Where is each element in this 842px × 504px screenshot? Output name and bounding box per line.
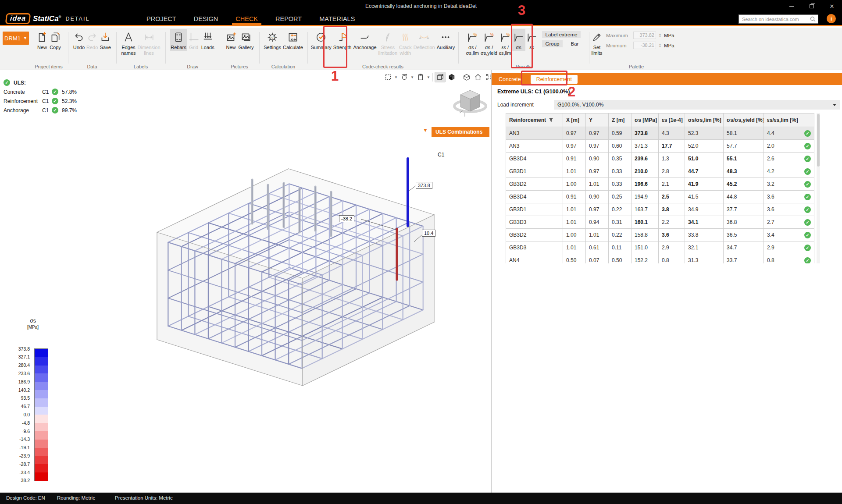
col-z[interactable]: Z [m] <box>609 114 632 127</box>
fullscreen-icon[interactable] <box>484 72 491 82</box>
chevron-down-icon[interactable]: ▼ <box>410 75 414 79</box>
col-eps[interactable]: εs [1e-4] <box>659 114 685 127</box>
eps-over-eps-lim-button[interactable]: % εs / εs,lim <box>498 29 512 57</box>
table-row[interactable]: GB3D11.010.970.33210.02.844.748.34.2 <box>506 165 814 178</box>
chevron-down-icon[interactable]: ▼ <box>426 75 431 79</box>
tab-concrete[interactable]: Concrete <box>499 76 521 82</box>
orbit-icon[interactable] <box>399 72 410 82</box>
col-x[interactable]: X [m] <box>563 114 586 127</box>
table-row[interactable]: GB3D11.010.970.22163.73.834.937.73.6 <box>506 203 814 216</box>
auxiliary-button[interactable]: Auxiliary <box>436 29 456 51</box>
home-icon[interactable] <box>472 72 483 82</box>
legend-tick: 280.4 <box>18 362 30 368</box>
minimum-value-field[interactable]: -38.21 <box>633 42 656 49</box>
solid-cube-icon[interactable] <box>446 72 457 82</box>
gallery-button[interactable]: Gallery <box>238 29 255 51</box>
table-row[interactable]: GB3D40.910.900.25194.92.541.544.83.6 <box>506 191 814 203</box>
group-toggle[interactable]: Group <box>542 40 563 47</box>
restore-button[interactable] <box>802 0 822 12</box>
set-limits-button[interactable]: Set limits <box>590 29 603 57</box>
strength-button[interactable]: Strength <box>332 29 353 51</box>
col-sigma[interactable]: σs [MPa] <box>632 114 659 127</box>
table-row[interactable]: GB3D31.010.610.11151.02.932.134.72.9 <box>506 241 814 254</box>
tab-reinforcement[interactable]: Reinforcement <box>531 75 578 84</box>
section-plane-icon[interactable] <box>382 72 393 82</box>
table-cell: 51.0 <box>685 153 724 165</box>
table-cell: 57.7 <box>724 140 764 153</box>
undo-button[interactable]: Undo <box>72 29 86 51</box>
table-row[interactable]: GB3D40.910.900.35239.61.351.055.12.6 <box>506 153 814 165</box>
menu-materials[interactable]: MATERIALS <box>318 12 356 25</box>
filter-icon[interactable] <box>549 117 553 122</box>
save-button[interactable]: Save <box>99 29 112 51</box>
calculate-button[interactable]: Calculate <box>282 29 304 51</box>
3d-viewport[interactable]: ULS: Concrete C1 57.8% Reinforcement C1 … <box>0 70 491 493</box>
menu-project[interactable]: PROJECT <box>146 12 177 25</box>
col-eps-lim[interactable]: εs/εs,lim [%] <box>764 114 801 127</box>
legend-tick: -28.7 <box>19 461 30 467</box>
table-cell: GB3D1 <box>506 165 563 178</box>
check-icon <box>804 156 811 162</box>
uls-combinations-header[interactable]: ULS Combinations <box>432 127 489 137</box>
settings-button[interactable]: </> Settings <box>263 29 282 51</box>
copy-project-item-button[interactable]: Copy <box>49 29 62 51</box>
table-row[interactable]: GB3D21.001.010.22158.83.633.836.53.4 <box>506 229 814 241</box>
status-design-code: Design Code: EN <box>6 495 45 500</box>
table-row[interactable]: AN30.970.970.60371.317.752.057.72.0 <box>506 140 814 153</box>
stress-ratio-yield-icon: % <box>483 30 495 45</box>
table-cell: 3.2 <box>764 178 801 191</box>
registered-mark: ® <box>59 15 61 19</box>
load-increment-dropdown[interactable]: G100.0%, V100.0% <box>554 100 840 110</box>
table-cell: 0.59 <box>609 127 632 140</box>
table-cell: 3.6 <box>764 191 801 203</box>
table-cell: 0.25 <box>609 191 632 203</box>
summary-button[interactable]: Summary <box>310 29 332 51</box>
close-button[interactable]: ✕ <box>822 0 842 12</box>
deflection-curve-icon <box>418 30 430 45</box>
project-item-selector[interactable]: DRM1▼ <box>3 32 29 45</box>
spinner-icon[interactable]: ▲▼ <box>659 33 661 38</box>
info-icon[interactable]: i <box>827 14 836 23</box>
wireframe-cube-icon[interactable] <box>435 72 446 82</box>
col-sigma-yield[interactable]: σs/σs,yield [%] <box>724 114 764 127</box>
bar-toggle[interactable]: Bar <box>567 40 582 47</box>
chevron-down-icon[interactable]: ▼ <box>423 127 428 133</box>
table-cell: 0.94 <box>586 216 609 229</box>
maximum-value-field[interactable]: 373.82 <box>633 32 656 39</box>
table-cell: 1.3 <box>659 153 685 165</box>
legend-tick: 233.6 <box>18 371 30 376</box>
search-input[interactable] <box>739 17 810 22</box>
combination-c1[interactable]: C1 <box>438 152 444 158</box>
loads-button[interactable]: Loads <box>200 29 215 51</box>
table-row[interactable]: AN40.500.070.50152.20.831.333.70.8 <box>506 254 814 264</box>
sigma-over-sigma-lim-button[interactable]: % σs / σs,lim <box>465 29 480 57</box>
navigation-cube[interactable] <box>452 86 491 121</box>
table-row[interactable]: AN30.970.970.59373.84.352.358.14.4 <box>506 127 814 140</box>
label-extreme-toggle[interactable]: Label extreme <box>542 31 581 38</box>
table-row[interactable]: GB3D21.001.010.33196.62.141.945.23.2 <box>506 178 814 191</box>
new-project-item-button[interactable]: New <box>36 29 49 51</box>
table-scrollbar[interactable] <box>817 113 820 263</box>
col-y[interactable]: Y <box>586 114 609 127</box>
sigma-s-button[interactable]: σs <box>512 29 525 51</box>
col-reinforcement[interactable]: Reinforcement <box>506 114 563 127</box>
sigma-over-sigma-yield-button[interactable]: % σs / σs,yield <box>480 29 498 57</box>
reinforcement-table-container[interactable]: Reinforcement X [m] Y Z [m] σs [MPa] εs … <box>506 113 815 263</box>
edges-names-button[interactable]: Edges names <box>121 29 137 57</box>
table-cell: 34.9 <box>685 203 724 216</box>
table-row[interactable]: GB3D31.010.940.31160.12.234.136.82.7 <box>506 216 814 229</box>
minimize-button[interactable] <box>781 0 802 12</box>
eps-s-button[interactable]: εs <box>525 29 539 51</box>
menu-check[interactable]: CHECK <box>235 12 259 25</box>
col-sigma-lim[interactable]: σs/σs,lim [%] <box>685 114 724 127</box>
new-picture-button[interactable]: New <box>225 29 238 51</box>
minimize-icon <box>789 6 794 7</box>
menu-design[interactable]: DESIGN <box>193 12 219 25</box>
clipboard-icon[interactable] <box>415 72 426 82</box>
menu-report[interactable]: REPORT <box>275 12 303 25</box>
perspective-icon[interactable] <box>461 72 472 82</box>
chevron-down-icon[interactable]: ▼ <box>394 75 398 79</box>
spinner-icon[interactable]: ▲▼ <box>659 43 661 48</box>
rebars-button[interactable]: Rebars <box>170 29 187 51</box>
anchorage-button[interactable]: Anchorage <box>352 29 377 51</box>
